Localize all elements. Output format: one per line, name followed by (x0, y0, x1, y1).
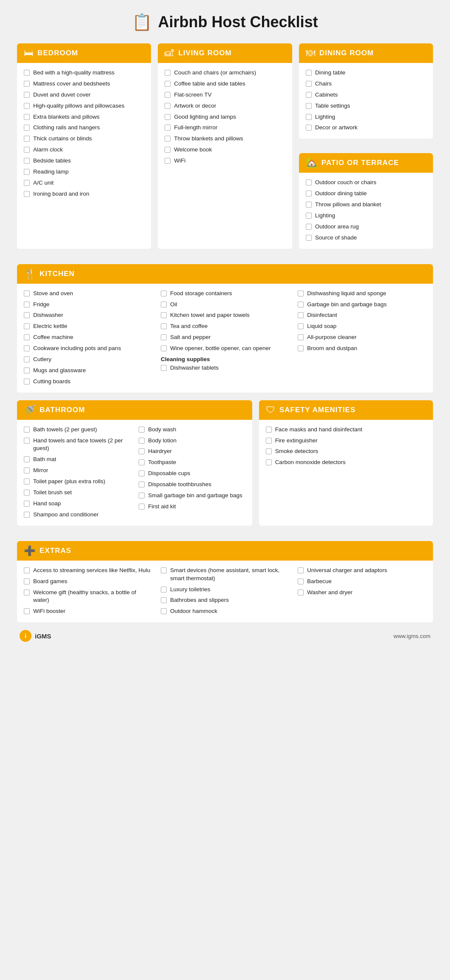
checkbox[interactable] (24, 158, 30, 164)
list-item[interactable]: Universal charger and adaptors (298, 567, 426, 575)
checkbox[interactable] (24, 180, 30, 186)
list-item[interactable]: Decor or artwork (306, 124, 426, 132)
checkbox[interactable] (24, 125, 30, 131)
list-item[interactable]: Barbecue (298, 578, 426, 586)
list-item[interactable]: WiFi booster (24, 607, 152, 615)
list-item[interactable]: Stove and oven (24, 290, 152, 298)
checkbox[interactable] (139, 438, 145, 444)
list-item[interactable]: Board games (24, 578, 152, 586)
list-item[interactable]: Disinfectant (298, 311, 426, 319)
list-item[interactable]: WiFi (165, 157, 285, 165)
list-item[interactable]: A/C unit (24, 179, 144, 187)
checkbox[interactable] (306, 103, 312, 109)
checkbox[interactable] (24, 147, 30, 153)
checkbox[interactable] (165, 136, 171, 142)
checkbox[interactable] (298, 578, 304, 584)
list-item[interactable]: Bath towels (2 per guest) (24, 426, 130, 434)
checkbox[interactable] (24, 578, 30, 584)
list-item[interactable]: Food storage containers (161, 290, 289, 298)
list-item[interactable]: Toilet paper (plus extra rolls) (24, 478, 130, 486)
list-item[interactable]: Outdoor hammock (161, 607, 289, 615)
list-item[interactable]: Oil (161, 301, 289, 309)
list-item[interactable]: Mugs and glassware (24, 367, 152, 375)
list-item[interactable]: Broom and dustpan (298, 345, 426, 353)
checkbox[interactable] (165, 125, 171, 131)
checkbox[interactable] (306, 191, 312, 197)
checkbox[interactable] (139, 470, 145, 476)
list-item[interactable]: Throw blankets and pillows (165, 135, 285, 143)
checkbox[interactable] (24, 608, 30, 614)
checkbox[interactable] (24, 323, 30, 329)
list-item[interactable]: Duvet and duvet cover (24, 91, 144, 99)
list-item[interactable]: Good lighting and lamps (165, 113, 285, 121)
checkbox[interactable] (266, 438, 272, 444)
list-item[interactable]: Access to streaming services like Netfli… (24, 567, 152, 575)
checkbox[interactable] (161, 302, 167, 308)
checkbox[interactable] (24, 191, 30, 197)
list-item[interactable]: Source of shade (306, 234, 426, 242)
checkbox[interactable] (298, 334, 304, 340)
checkbox[interactable] (161, 567, 167, 573)
checkbox[interactable] (165, 147, 171, 153)
checkbox[interactable] (24, 379, 30, 385)
list-item[interactable]: Welcome book (165, 146, 285, 154)
checkbox[interactable] (298, 302, 304, 308)
list-item[interactable]: Bath mat (24, 456, 130, 464)
checkbox[interactable] (24, 81, 30, 87)
list-item[interactable]: Shampoo and conditioner (24, 511, 130, 519)
list-item[interactable]: Mattress cover and bedsheets (24, 80, 144, 88)
list-item[interactable]: Small garbage bin and garbage bags (139, 492, 245, 500)
checkbox[interactable] (161, 365, 167, 371)
list-item[interactable]: Tea and coffee (161, 322, 289, 330)
checkbox[interactable] (306, 92, 312, 98)
checkbox[interactable] (306, 213, 312, 219)
list-item[interactable]: Coffee table and side tables (165, 80, 285, 88)
list-item[interactable]: Bed with a high-quality mattress (24, 69, 144, 77)
list-item[interactable]: Full-length mirror (165, 124, 285, 132)
checkbox[interactable] (24, 427, 30, 433)
list-item[interactable]: Bedside tables (24, 157, 144, 165)
checkbox[interactable] (161, 345, 167, 351)
list-item[interactable]: First aid kit (139, 503, 245, 511)
checkbox[interactable] (24, 136, 30, 142)
list-item[interactable]: Dishwasher tablets (161, 364, 289, 372)
list-item[interactable]: Hand towels and face towels (2 per guest… (24, 437, 130, 453)
checkbox[interactable] (139, 504, 145, 510)
checkbox[interactable] (298, 345, 304, 351)
list-item[interactable]: Washer and dryer (298, 589, 426, 597)
checkbox[interactable] (161, 587, 167, 593)
list-item[interactable]: Lighting (306, 212, 426, 220)
list-item[interactable]: Throw pillows and blanket (306, 201, 426, 209)
list-item[interactable]: Cutting boards (24, 378, 152, 386)
checkbox[interactable] (24, 501, 30, 507)
checkbox[interactable] (24, 114, 30, 120)
list-item[interactable]: Cutlery (24, 356, 152, 364)
list-item[interactable]: Hand soap (24, 500, 130, 508)
checkbox[interactable] (24, 334, 30, 340)
checkbox[interactable] (139, 481, 145, 487)
list-item[interactable]: Kitchen towel and paper towels (161, 311, 289, 319)
checkbox[interactable] (165, 114, 171, 120)
list-item[interactable]: Outdoor area rug (306, 223, 426, 231)
checkbox[interactable] (24, 479, 30, 484)
list-item[interactable]: All-purpose cleaner (298, 333, 426, 342)
checkbox[interactable] (24, 356, 30, 362)
checkbox[interactable] (161, 323, 167, 329)
list-item[interactable]: Fire extinguisher (266, 437, 426, 445)
checkbox[interactable] (266, 427, 272, 433)
checkbox[interactable] (24, 169, 30, 175)
checkbox[interactable] (298, 312, 304, 318)
list-item[interactable]: Couch and chairs (or armchairs) (165, 69, 285, 77)
checkbox[interactable] (298, 567, 304, 573)
list-item[interactable]: Welcome gift (healthy snacks, a bottle o… (24, 589, 152, 605)
checkbox[interactable] (139, 459, 145, 465)
checkbox[interactable] (24, 456, 30, 462)
checkbox[interactable] (161, 334, 167, 340)
list-item[interactable]: Toilet brush set (24, 489, 130, 497)
list-item[interactable]: Thick curtains or blinds (24, 135, 144, 143)
checkbox[interactable] (306, 114, 312, 120)
checkbox[interactable] (24, 302, 30, 308)
checkbox[interactable] (165, 92, 171, 98)
checkbox[interactable] (24, 103, 30, 109)
checkbox[interactable] (165, 70, 171, 76)
